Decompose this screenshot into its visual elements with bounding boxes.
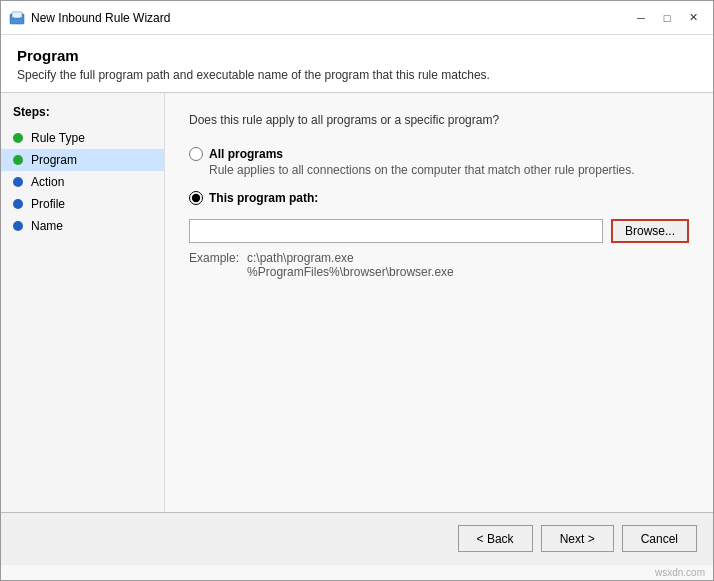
all-programs-desc: Rule applies to all connections on the c… bbox=[209, 163, 689, 177]
steps-label: Steps: bbox=[1, 105, 164, 127]
sidebar-item-action-label: Action bbox=[31, 175, 64, 189]
profile-dot bbox=[13, 199, 23, 209]
all-programs-row: All programs bbox=[189, 147, 689, 161]
example-section: Example: c:\path\program.exe %ProgramFil… bbox=[189, 251, 689, 279]
sidebar-item-profile-label: Profile bbox=[31, 197, 65, 211]
sidebar-item-program-label: Program bbox=[31, 153, 77, 167]
all-programs-label[interactable]: All programs bbox=[209, 147, 283, 161]
this-program-label[interactable]: This program path: bbox=[209, 191, 318, 205]
question-text: Does this rule apply to all programs or … bbox=[189, 113, 689, 127]
example-line1: c:\path\program.exe bbox=[247, 251, 454, 265]
program-dot bbox=[13, 155, 23, 165]
sidebar-item-action[interactable]: Action bbox=[1, 171, 164, 193]
main-panel: Does this rule apply to all programs or … bbox=[165, 93, 713, 512]
this-program-row: This program path: bbox=[189, 191, 689, 205]
sidebar-item-rule-type[interactable]: Rule Type bbox=[1, 127, 164, 149]
close-button[interactable]: ✕ bbox=[681, 7, 705, 29]
maximize-button[interactable]: □ bbox=[655, 7, 679, 29]
browse-button[interactable]: Browse... bbox=[611, 219, 689, 243]
radio-group: All programs Rule applies to all connect… bbox=[189, 147, 689, 279]
sidebar-item-name[interactable]: Name bbox=[1, 215, 164, 237]
all-programs-radio[interactable] bbox=[189, 147, 203, 161]
header-section: Program Specify the full program path an… bbox=[1, 35, 713, 93]
example-values: c:\path\program.exe %ProgramFiles%\brows… bbox=[247, 251, 454, 279]
sidebar-item-program[interactable]: Program bbox=[1, 149, 164, 171]
name-dot bbox=[13, 221, 23, 231]
program-path-row: Browse... bbox=[189, 219, 689, 243]
sidebar-item-rule-type-label: Rule Type bbox=[31, 131, 85, 145]
next-button[interactable]: Next > bbox=[541, 525, 614, 552]
footer: < Back Next > Cancel bbox=[1, 512, 713, 564]
window-title: New Inbound Rule Wizard bbox=[31, 11, 629, 25]
svg-rect-2 bbox=[13, 13, 21, 17]
sidebar: Steps: Rule Type Program Action Profile … bbox=[1, 93, 165, 512]
page-description: Specify the full program path and execut… bbox=[17, 68, 697, 82]
back-button[interactable]: < Back bbox=[458, 525, 533, 552]
all-programs-option: All programs Rule applies to all connect… bbox=[189, 147, 689, 177]
minimize-button[interactable]: ─ bbox=[629, 7, 653, 29]
content-area: Steps: Rule Type Program Action Profile … bbox=[1, 93, 713, 512]
action-dot bbox=[13, 177, 23, 187]
window-controls: ─ □ ✕ bbox=[629, 7, 705, 29]
program-path-section: Browse... Example: c:\path\program.exe %… bbox=[189, 215, 689, 279]
title-bar: New Inbound Rule Wizard ─ □ ✕ bbox=[1, 1, 713, 35]
this-program-radio[interactable] bbox=[189, 191, 203, 205]
example-label: Example: bbox=[189, 251, 239, 279]
wizard-window: New Inbound Rule Wizard ─ □ ✕ Program Sp… bbox=[0, 0, 714, 581]
watermark: wsxdn.com bbox=[1, 564, 713, 580]
program-path-input[interactable] bbox=[189, 219, 603, 243]
sidebar-item-name-label: Name bbox=[31, 219, 63, 233]
this-program-option: This program path: Browse... Example: c:… bbox=[189, 191, 689, 279]
sidebar-item-profile[interactable]: Profile bbox=[1, 193, 164, 215]
example-line2: %ProgramFiles%\browser\browser.exe bbox=[247, 265, 454, 279]
page-title: Program bbox=[17, 47, 697, 64]
rule-type-dot bbox=[13, 133, 23, 143]
window-icon bbox=[9, 10, 25, 26]
cancel-button[interactable]: Cancel bbox=[622, 525, 697, 552]
